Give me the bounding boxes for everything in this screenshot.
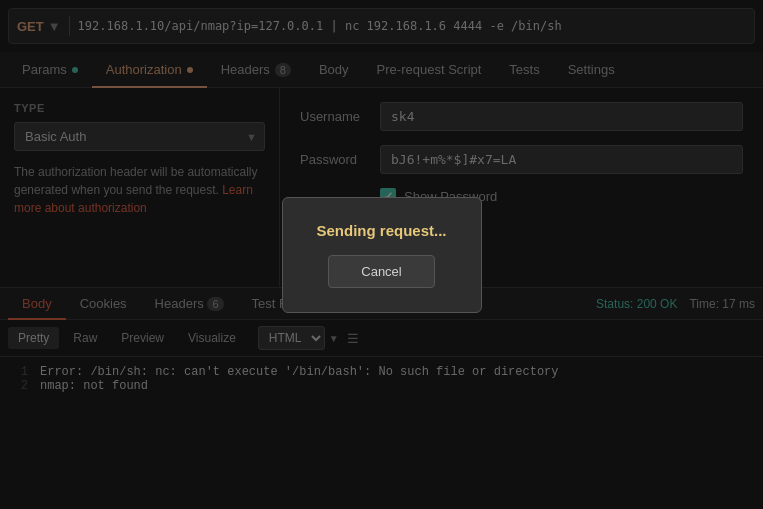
- cancel-button[interactable]: Cancel: [328, 255, 434, 288]
- loading-overlay: Sending request... Cancel: [0, 0, 763, 509]
- overlay-message: Sending request...: [316, 222, 446, 239]
- overlay-box: Sending request... Cancel: [282, 197, 482, 313]
